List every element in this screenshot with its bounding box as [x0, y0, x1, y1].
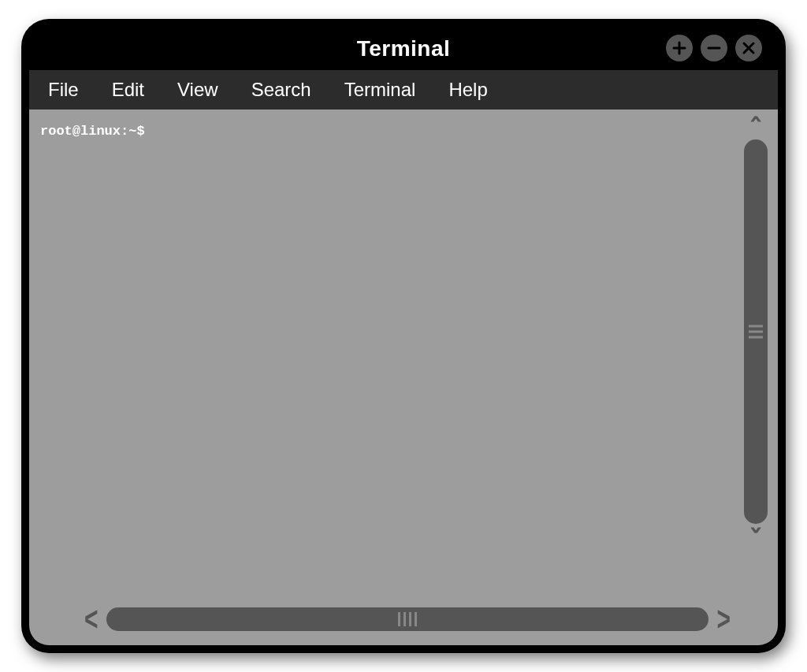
- terminal-window: Terminal File Edit View Search Ter: [21, 19, 786, 653]
- menu-edit[interactable]: Edit: [107, 76, 149, 104]
- scroll-up-icon[interactable]: ˄: [749, 116, 763, 136]
- close-button[interactable]: [735, 35, 762, 61]
- vertical-scrollbar[interactable]: ˄ ˅: [742, 116, 770, 548]
- menu-terminal[interactable]: Terminal: [340, 76, 421, 104]
- scroll-right-icon[interactable]: >: [716, 603, 731, 636]
- close-icon: [741, 40, 757, 56]
- window-title: Terminal: [357, 36, 451, 61]
- maximize-button[interactable]: [666, 35, 693, 61]
- minimize-button[interactable]: [701, 35, 727, 61]
- titlebar: Terminal: [29, 27, 778, 70]
- minus-icon: [706, 40, 722, 56]
- terminal-content[interactable]: root@linux:~$ ˄ ˅: [29, 110, 778, 598]
- vertical-scroll-thumb[interactable]: [749, 325, 763, 339]
- scroll-down-icon[interactable]: ˅: [749, 527, 763, 548]
- menu-view[interactable]: View: [173, 76, 223, 104]
- horizontal-scrollbar[interactable]: < >: [84, 598, 731, 640]
- menubar: File Edit View Search Terminal Help: [29, 70, 778, 110]
- terminal-body: root@linux:~$ ˄ ˅ < >: [29, 110, 778, 645]
- horizontal-scroll-thumb[interactable]: [398, 612, 417, 626]
- plus-icon: [671, 40, 687, 56]
- vertical-scroll-track[interactable]: [744, 139, 768, 524]
- terminal-prompt: root@linux:~$: [40, 124, 734, 139]
- menu-help[interactable]: Help: [444, 76, 492, 104]
- menu-file[interactable]: File: [43, 76, 84, 104]
- window-controls: [666, 35, 762, 61]
- horizontal-scroll-track[interactable]: [106, 607, 709, 631]
- menu-search[interactable]: Search: [247, 76, 316, 104]
- scroll-left-icon[interactable]: <: [84, 603, 99, 636]
